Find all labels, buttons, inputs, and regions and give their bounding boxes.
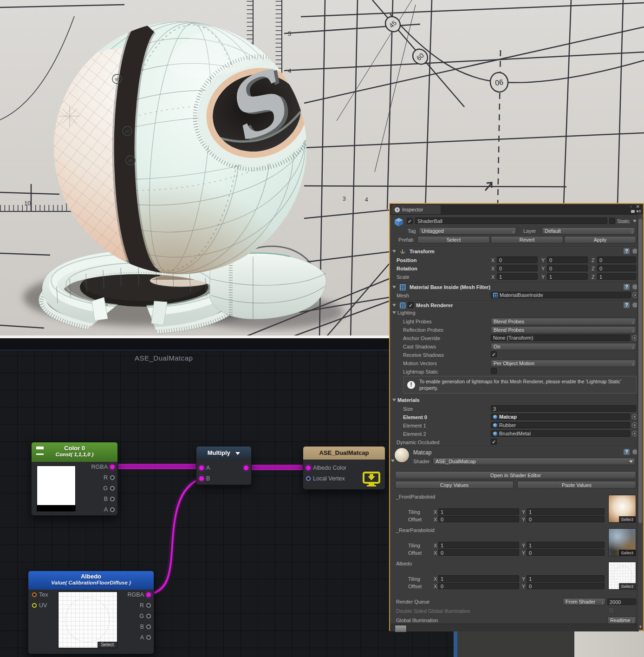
position-x-field[interactable]: 0 [497,256,538,263]
node-master[interactable]: ASE_DualMatcap Albedo Color Local Vertex [303,446,385,490]
rear-paraboloid-thumbnail[interactable]: Select [608,528,636,556]
lighting-foldout[interactable] [392,311,396,314]
port-g[interactable] [110,486,115,491]
node-albedo[interactable]: Albedo Value( CalibrationFloorDiffuse ) … [28,571,154,654]
gameobject-name-field[interactable]: ShaderBall [415,217,607,224]
node-color0[interactable]: Color 0 Const( 1,1,1,0 ) RGBA R G B A [31,442,118,516]
chevron-down-icon[interactable] [235,452,240,455]
transform-foldout[interactable] [392,250,396,253]
scrollbar-thumb[interactable] [638,219,642,523]
texture-select-button[interactable]: Select [98,642,117,648]
element0-field[interactable]: Matcap [491,414,630,420]
port-b[interactable] [199,476,204,481]
shader-output-icon[interactable] [363,472,380,486]
node-multiply[interactable]: Multiply A B [196,446,252,485]
front-tiling-y[interactable]: 1 [527,508,605,515]
texture-select-button[interactable]: Select [619,516,636,522]
position-y-field[interactable]: 0 [547,256,588,263]
paste-values-button[interactable]: Paste Values [517,481,636,489]
shader-dropdown[interactable]: ASE_DualMatcap [433,458,635,465]
dynamic-occluded-checkbox[interactable]: ✓ [491,439,497,445]
port-rgba[interactable] [110,465,115,469]
inspector-scrollbar[interactable]: ▼ [637,214,643,630]
render-queue-value-field[interactable]: 2000 [607,598,636,605]
node-albedo-header[interactable]: Albedo Value( CalibrationFloorDiffuse ) [28,571,154,590]
node-color0-header[interactable]: Color 0 Const( 1,1,1,0 ) [32,442,117,462]
node-master-header[interactable]: ASE_DualMatcap [303,447,385,460]
tab-inspector[interactable]: i Inspector [391,205,441,214]
texture-select-button[interactable]: Select [619,583,636,589]
light-probes-dropdown[interactable]: Blend Probes↕ [491,318,636,325]
scale-x-field[interactable]: 1 [497,273,538,280]
static-dropdown-icon[interactable] [633,220,637,223]
port-a[interactable] [110,507,115,512]
layer-dropdown[interactable]: Default↕ [542,227,635,235]
anchor-override-field[interactable]: None (Transform) [491,335,630,341]
help-icon[interactable]: ? [624,248,630,254]
node-multiply-header[interactable]: Multiply [196,447,251,459]
port-a[interactable] [199,466,204,470]
meshfilter-foldout[interactable] [392,286,396,289]
front-offset-y[interactable]: 0 [527,516,605,522]
rear-tiling-x[interactable]: 1 [438,542,519,548]
port-r[interactable] [146,603,151,608]
front-tiling-x[interactable]: 1 [438,508,519,515]
port-b[interactable] [110,497,115,501]
help-icon[interactable]: ? [624,302,630,308]
scale-y-field[interactable]: 1 [547,273,588,280]
port-g[interactable] [146,614,151,618]
port-tex[interactable] [32,592,37,597]
static-checkbox[interactable] [609,218,615,224]
materials-size-field[interactable]: 3 [491,405,636,412]
material-preview-sphere[interactable] [395,448,409,462]
lightmap-static-checkbox[interactable] [491,368,497,374]
rotation-y-field[interactable]: 0 [547,265,588,271]
element1-field[interactable]: Rubber [491,422,630,428]
rotation-z-field[interactable]: 0 [597,265,636,271]
rear-offset-x[interactable]: 0 [438,549,519,556]
rear-tiling-y[interactable]: 1 [527,542,605,548]
port-rgba[interactable] [146,592,151,597]
tag-dropdown[interactable]: Untagged↕ [419,227,516,235]
color-swatch[interactable] [37,466,76,512]
port-a[interactable] [146,635,151,640]
albedo-offset-x[interactable]: 0 [438,583,519,589]
albedo-offset-y[interactable]: 0 [527,583,605,589]
materials-foldout[interactable] [392,399,396,401]
albedo-thumbnail[interactable]: Select [608,562,636,590]
motion-vectors-dropdown[interactable]: Per Object Motion↕ [491,360,636,367]
rear-offset-y[interactable]: 0 [527,549,605,556]
port-b[interactable] [146,624,151,629]
port-albedo-color[interactable] [306,466,311,470]
texture-preview[interactable]: Select [58,591,117,648]
port-local-vertex[interactable] [306,476,311,481]
albedo-tiling-x[interactable]: 1 [438,575,519,582]
position-z-field[interactable]: 0 [597,256,636,263]
element2-field[interactable]: BrushedMetal [491,430,630,437]
rotation-x-field[interactable]: 0 [497,265,538,271]
prefab-revert-button[interactable]: Revert [491,236,563,243]
copy-values-button[interactable]: Copy Values [395,481,514,489]
render-queue-dropdown[interactable]: From Shader↕ [563,598,605,605]
meshrenderer-enabled-checkbox[interactable]: ✓ [408,302,414,308]
help-icon[interactable]: ? [624,284,630,290]
texture-select-button[interactable]: Select [619,550,636,556]
albedo-tiling-y[interactable]: 1 [527,575,605,582]
gi-dropdown[interactable]: Realtime↕ [607,617,636,624]
scrollbar-down-arrow[interactable]: ▼ [638,624,643,629]
scale-z-field[interactable]: 1 [597,273,636,280]
prefab-select-button[interactable]: Select [417,236,490,243]
port-uv[interactable] [32,603,37,608]
front-offset-x[interactable]: 0 [438,516,519,522]
open-shader-editor-button[interactable]: Open in Shader Editor [395,471,636,479]
receive-shadows-checkbox[interactable]: ✓ [491,351,497,357]
prefab-apply-button[interactable]: Apply [564,236,636,243]
gameobject-active-checkbox[interactable]: ✓ [407,218,413,224]
cast-shadows-dropdown[interactable]: On↕ [491,343,636,350]
menu-icon[interactable] [36,447,44,455]
meshrenderer-foldout[interactable] [392,304,396,307]
front-paraboloid-thumbnail[interactable]: Select [608,495,636,523]
port-r[interactable] [110,475,115,480]
port-output[interactable] [244,466,248,470]
mesh-object-field[interactable]: MaterialBaseInside [491,292,631,298]
